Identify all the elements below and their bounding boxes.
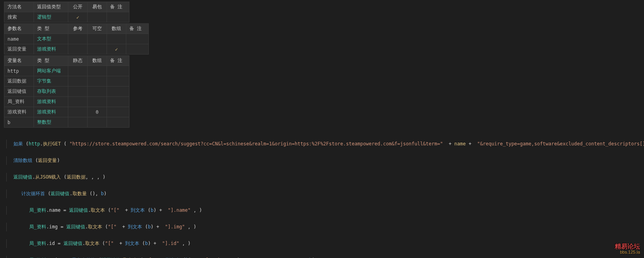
code-line: 返回键值.从JSON载入 (返回数据, , , ) bbox=[6, 173, 644, 181]
cell bbox=[88, 66, 107, 76]
table-row[interactable]: 搜索 逻辑型 ✓ bbox=[4, 12, 129, 23]
var-type[interactable]: 字节集 bbox=[34, 76, 68, 87]
cell bbox=[88, 12, 107, 23]
watermark: 精易论坛 bbs.125.la bbox=[615, 244, 640, 255]
cell bbox=[68, 107, 88, 117]
table-row[interactable]: 返回键值存取列表 bbox=[4, 87, 129, 97]
var-name: 返回键值 bbox=[4, 87, 34, 97]
code-editor[interactable]: 如果 (http.执行GET ( "https://store.steampow… bbox=[0, 128, 644, 258]
table-row[interactable]: 局_资料游戏资料 bbox=[4, 97, 129, 107]
table-row[interactable]: name 文本型 bbox=[4, 34, 149, 44]
cell bbox=[88, 76, 107, 87]
var-type[interactable]: 存取列表 bbox=[34, 87, 68, 97]
table-row[interactable]: 返回变量 游戏资料 ✓ bbox=[4, 44, 149, 55]
cell bbox=[107, 34, 126, 44]
method-table: 方法名 返回值类型 公开 易包 备 注 搜索 逻辑型 ✓ bbox=[4, 2, 129, 23]
th: 易包 bbox=[88, 2, 107, 12]
cell bbox=[126, 44, 149, 55]
cell bbox=[107, 107, 129, 117]
th: 类 型 bbox=[34, 24, 68, 34]
code-line: 局_资料.id = 返回键值.取文本 ("[" + 到文本 (b) + "].i… bbox=[6, 239, 644, 248]
var-type[interactable]: 整数型 bbox=[34, 117, 68, 128]
code-line: 清除数组 (返回变量) bbox=[6, 156, 644, 165]
th: 返回值类型 bbox=[34, 2, 68, 12]
cell bbox=[68, 34, 88, 44]
code-line: 局_资料.img = 返回键值.取文本 ("[" + 到文本 (b) + "].… bbox=[6, 223, 644, 231]
th: 参考 bbox=[68, 24, 88, 34]
check-icon: ✓ bbox=[107, 44, 126, 55]
cell bbox=[126, 34, 149, 44]
th: 可空 bbox=[88, 24, 107, 34]
var-name: http bbox=[4, 66, 34, 76]
th: 备 注 bbox=[107, 2, 129, 12]
param-name: name bbox=[4, 34, 34, 44]
th: 方法名 bbox=[4, 2, 34, 12]
var-name: 游戏资料 bbox=[4, 107, 34, 117]
th: 静态 bbox=[68, 56, 88, 66]
var-type[interactable]: 游戏资料 bbox=[34, 107, 68, 117]
th: 备 注 bbox=[126, 24, 149, 34]
th: 公开 bbox=[68, 2, 88, 12]
cell bbox=[107, 87, 129, 97]
method-name: 搜索 bbox=[4, 12, 34, 23]
th: 数组 bbox=[107, 24, 126, 34]
watermark-url: bbs.125.la bbox=[615, 249, 640, 255]
cell bbox=[107, 76, 129, 87]
code-line: 如果 (http.执行GET ( "https://store.steampow… bbox=[6, 140, 644, 148]
th: 参数名 bbox=[4, 24, 34, 34]
table-row[interactable]: 游戏资料游戏资料0 bbox=[4, 107, 129, 117]
code-line: 局_资料.name = 返回键值.取文本 ("[" + 到文本 (b) + "]… bbox=[6, 206, 644, 215]
param-table: 参数名 类 型 参考 可空 数组 备 注 name 文本型 返回变量 游戏资料 … bbox=[4, 23, 149, 55]
th: 备 注 bbox=[107, 56, 129, 66]
cell bbox=[107, 12, 129, 23]
method-type[interactable]: 逻辑型 bbox=[34, 12, 68, 23]
var-name: b bbox=[4, 117, 34, 128]
check-icon: ✓ bbox=[68, 12, 88, 23]
retvar-name: 返回变量 bbox=[4, 44, 34, 55]
param-type[interactable]: 文本型 bbox=[34, 34, 68, 44]
cell bbox=[107, 66, 129, 76]
var-type[interactable]: 网站客户端 bbox=[34, 66, 68, 76]
cell bbox=[107, 117, 129, 128]
var-name: 局_资料 bbox=[4, 97, 34, 107]
var-type[interactable]: 游戏资料 bbox=[34, 97, 68, 107]
locals-table: 变量名 类 型 静态 数组 备 注 http网站客户端返回数据字节集返回键值存取… bbox=[4, 55, 129, 128]
th: 变量名 bbox=[4, 56, 34, 66]
cell bbox=[68, 87, 88, 97]
cell bbox=[107, 97, 129, 107]
watermark-title: 精易论坛 bbox=[615, 244, 640, 249]
th: 类 型 bbox=[34, 56, 68, 66]
cell bbox=[68, 117, 88, 128]
cell bbox=[68, 66, 88, 76]
cell bbox=[88, 34, 107, 44]
table-row[interactable]: http网站客户端 bbox=[4, 66, 129, 76]
cell bbox=[68, 44, 88, 55]
code-line: 计次循环首 (返回键值.取数量 (), b) bbox=[6, 190, 644, 198]
cell bbox=[88, 97, 107, 107]
table-row[interactable]: 返回数据字节集 bbox=[4, 76, 129, 87]
code-line: 局_资料.price = 子文本替换 (返回键值.取文本 ( "[" + 到文本… bbox=[6, 256, 644, 258]
th: 数组 bbox=[88, 56, 107, 66]
cell bbox=[68, 76, 88, 87]
cell: 0 bbox=[88, 107, 107, 117]
table-row[interactable]: b整数型 bbox=[4, 117, 129, 128]
cell bbox=[68, 97, 88, 107]
cell bbox=[88, 117, 107, 128]
retvar-type[interactable]: 游戏资料 bbox=[34, 44, 68, 55]
cell bbox=[88, 44, 107, 55]
var-name: 返回数据 bbox=[4, 76, 34, 87]
cell bbox=[88, 87, 107, 97]
